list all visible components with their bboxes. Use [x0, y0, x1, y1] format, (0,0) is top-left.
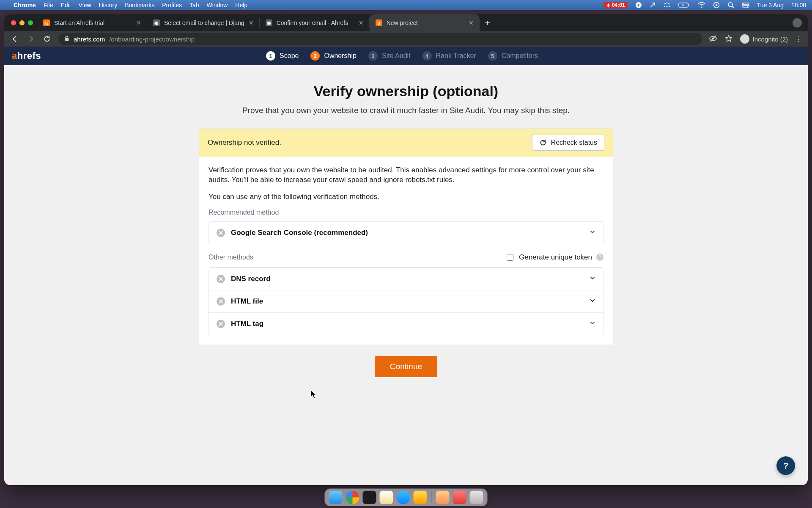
window-minimize-button[interactable] [19, 20, 25, 25]
menu-file[interactable]: File [44, 2, 53, 8]
dock-app-trash[interactable] [470, 491, 483, 504]
url-path: /onboarding-project/ownership [109, 36, 195, 43]
menubar-time[interactable]: 18:08 [791, 2, 806, 8]
generate-token-checkbox[interactable] [507, 254, 513, 261]
menu-bookmarks[interactable]: Bookmarks [125, 2, 154, 8]
step-competitors[interactable]: 5Competitors [488, 51, 538, 61]
menu-tab[interactable]: Tab [189, 2, 199, 8]
reload-button[interactable] [42, 34, 52, 44]
menubar-app-name[interactable]: Chrome [14, 2, 36, 8]
dock-app-folder[interactable] [436, 491, 450, 504]
step-scope[interactable]: 1Scope [266, 51, 299, 61]
step-site-audit[interactable]: 3Site Audit [368, 51, 411, 61]
wifi-icon[interactable] [698, 2, 705, 8]
svg-point-1 [664, 6, 665, 7]
tab-title: Start an Ahrefs trial [54, 19, 104, 26]
dock-app-ide[interactable] [414, 491, 427, 504]
unverified-status-icon [217, 275, 225, 283]
window-controls [9, 14, 37, 31]
close-tab-icon[interactable]: ✕ [136, 19, 141, 26]
favicon-ahrefs-icon: a [43, 19, 50, 26]
browser-window: a Start an Ahrefs trial ✕ ◉ Select email… [4, 14, 808, 485]
favicon-ahrefs-icon: a [376, 19, 382, 26]
menu-history[interactable]: History [99, 2, 118, 8]
dock-separator [431, 491, 432, 503]
menubar-date[interactable]: Tue 3 Aug [757, 2, 784, 8]
new-tab-button[interactable]: + [480, 14, 496, 31]
window-close-button[interactable] [11, 20, 16, 25]
battery-timer-pill[interactable]: 04:01 [604, 2, 628, 8]
method-html-tag[interactable]: HTML tag [209, 312, 603, 335]
url-domain: ahrefs.com [74, 36, 105, 43]
method-html-file[interactable]: HTML file [209, 290, 603, 312]
overflow-menu-icon[interactable]: ⋮ [796, 35, 802, 43]
toolbar-right: Incognito (2) ⋮ [709, 34, 802, 44]
menubar-extra-icon-2[interactable] [663, 3, 671, 8]
browser-tab-2[interactable]: ◉ Confirm your email - Ahrefs ✕ [260, 14, 370, 31]
incognito-indicator-icon[interactable] [793, 18, 802, 28]
dock-app-terminal[interactable] [363, 491, 376, 504]
dock-app-safari[interactable] [397, 491, 410, 504]
spotlight-icon[interactable] [727, 2, 734, 8]
close-tab-icon[interactable]: ✕ [469, 19, 474, 26]
dock-app-utility[interactable] [453, 491, 466, 504]
svg-rect-11 [742, 3, 749, 5]
browser-toolbar: ahrefs.com/onboarding-project/ownership … [4, 31, 808, 47]
recheck-status-label: Recheck status [551, 139, 597, 146]
dock-app-finder[interactable] [329, 491, 343, 504]
tracking-protection-icon[interactable] [709, 35, 717, 44]
method-dns-record[interactable]: DNS record [209, 268, 603, 290]
bookmark-star-icon[interactable] [725, 35, 732, 44]
verification-description-2: You can use any of the following verific… [208, 192, 604, 202]
step-rank-tracker[interactable]: 4Rank Tracker [422, 51, 476, 61]
unverified-status-icon [217, 229, 225, 237]
browser-tab-3[interactable]: a New project ✕ [370, 14, 480, 31]
tab-title: Select email to change | Djang [164, 19, 244, 26]
menu-help[interactable]: Help [235, 2, 247, 8]
forward-button[interactable] [26, 34, 36, 44]
back-button[interactable] [10, 34, 19, 44]
other-methods-list: DNS record HTML file [208, 267, 604, 335]
step-ownership[interactable]: 2Ownership [310, 51, 356, 61]
other-methods-label: Other methods [208, 254, 253, 261]
other-methods-header: Other methods Generate unique token ? [208, 253, 604, 262]
favicon-globe-icon: ◉ [266, 19, 272, 26]
fast-charge-icon[interactable] [635, 2, 642, 8]
page-viewport: ahrefs 1Scope 2Ownership 3Site Audit 4Ra… [4, 47, 808, 485]
browser-tab-0[interactable]: a Start an Ahrefs trial ✕ [37, 14, 147, 31]
help-tooltip-icon[interactable]: ? [596, 254, 604, 261]
recheck-status-button[interactable]: Recheck status [532, 135, 604, 151]
focus-icon[interactable] [713, 2, 720, 8]
address-bar[interactable]: ahrefs.com/onboarding-project/ownership [58, 33, 702, 45]
lock-icon [64, 36, 69, 43]
battery-timer-value: 04:01 [612, 2, 625, 8]
help-fab-button[interactable]: ? [776, 456, 795, 475]
menubar-extra-icon-1[interactable] [650, 2, 656, 8]
method-name: DNS record [231, 275, 271, 283]
svg-point-9 [728, 3, 732, 7]
continue-button[interactable]: Continue [375, 356, 437, 377]
close-tab-icon[interactable]: ✕ [249, 19, 254, 26]
menubar-right: 04:01 Tue 3 Aug 18:08 [604, 2, 806, 8]
app-header: ahrefs 1Scope 2Ownership 3Site Audit 4Ra… [4, 47, 808, 65]
dock-app-chrome[interactable] [346, 491, 359, 504]
menu-window[interactable]: Window [207, 2, 228, 8]
control-center-icon[interactable] [742, 2, 749, 8]
menu-edit[interactable]: Edit [60, 2, 71, 8]
ahrefs-logo[interactable]: ahrefs [12, 50, 41, 61]
menubar-left: Chrome File Edit View History Bookmarks … [6, 2, 247, 8]
browser-tab-1[interactable]: ◉ Select email to change | Djang ✕ [147, 14, 260, 31]
menu-view[interactable]: View [79, 2, 91, 8]
dock-app-notes[interactable] [380, 491, 393, 504]
method-name: Google Search Console (recommended) [231, 229, 368, 237]
battery-icon[interactable] [678, 2, 690, 8]
unverified-status-icon [217, 297, 225, 306]
close-tab-icon[interactable]: ✕ [359, 19, 364, 26]
method-google-search-console[interactable]: Google Search Console (recommended) [209, 222, 603, 244]
menu-profiles[interactable]: Profiles [162, 2, 182, 8]
svg-line-10 [732, 6, 734, 8]
svg-point-3 [669, 6, 670, 7]
window-zoom-button[interactable] [28, 20, 33, 25]
incognito-badge[interactable]: Incognito (2) [740, 34, 788, 44]
page-content: Verify ownership (optional) Prove that y… [4, 65, 808, 394]
